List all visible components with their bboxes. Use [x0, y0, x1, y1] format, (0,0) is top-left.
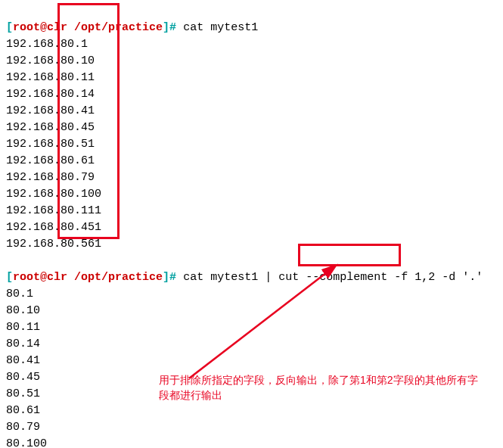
- output-ip: 192.168.80.51: [6, 136, 497, 153]
- annotation-text: 用于排除所指定的字段，反向输出，除了第1和第2字段的其他所有字段都进行输出: [159, 372, 484, 403]
- output-cut: 80.41: [6, 353, 497, 369]
- output-ip: 192.168.80.561: [6, 236, 497, 253]
- prompt-path: /opt/practice: [67, 21, 163, 34]
- output-ip: 192.168.80.1: [6, 36, 497, 53]
- output-ip: 192.168.80.10: [6, 53, 497, 70]
- output-ip: 192.168.80.451: [6, 219, 497, 236]
- output-ip: 192.168.80.45: [6, 120, 497, 136]
- command-1: cat mytest1: [176, 21, 258, 34]
- output-cut: 80.10: [6, 303, 497, 319]
- bracket-close: ]: [163, 271, 169, 284]
- prompt-host: clr: [47, 271, 67, 284]
- output-cut: 80.100: [6, 436, 497, 448]
- bracket-close: ]: [163, 21, 169, 34]
- command-2: cat mytest1 | cut --complement -f 1,2 -d…: [176, 271, 483, 284]
- output-ip: 192.168.80.61: [6, 153, 497, 170]
- output-cut: 80.79: [6, 419, 497, 436]
- output-ip: 192.168.80.111: [6, 203, 497, 219]
- output-cut: 80.14: [6, 336, 497, 353]
- output-cut: 80.61: [6, 403, 497, 419]
- prompt-user: root: [13, 271, 40, 284]
- bracket-open: [: [6, 21, 13, 34]
- output-cut: 80.11: [6, 319, 497, 336]
- prompt-line-2: [root@clr /opt/practice]# cat mytest1 | …: [6, 253, 497, 286]
- prompt-at: @: [40, 21, 47, 34]
- prompt-hash: #: [169, 21, 176, 34]
- prompt-line-1: [root@clr /opt/practice]# cat mytest1: [6, 3, 497, 36]
- output-ip: 192.168.80.79: [6, 170, 497, 186]
- output-ip: 192.168.80.14: [6, 86, 497, 103]
- output-ip: 192.168.80.11: [6, 70, 497, 86]
- output-ip: 192.168.80.41: [6, 103, 497, 120]
- prompt-path: /opt/practice: [67, 271, 163, 284]
- output-cut: 80.1: [6, 286, 497, 303]
- bracket-open: [: [6, 271, 13, 284]
- output-ip: 192.168.80.100: [6, 186, 497, 203]
- prompt-host: clr: [47, 21, 67, 34]
- prompt-user: root: [13, 21, 40, 34]
- prompt-hash: #: [169, 271, 176, 284]
- prompt-at: @: [40, 271, 47, 284]
